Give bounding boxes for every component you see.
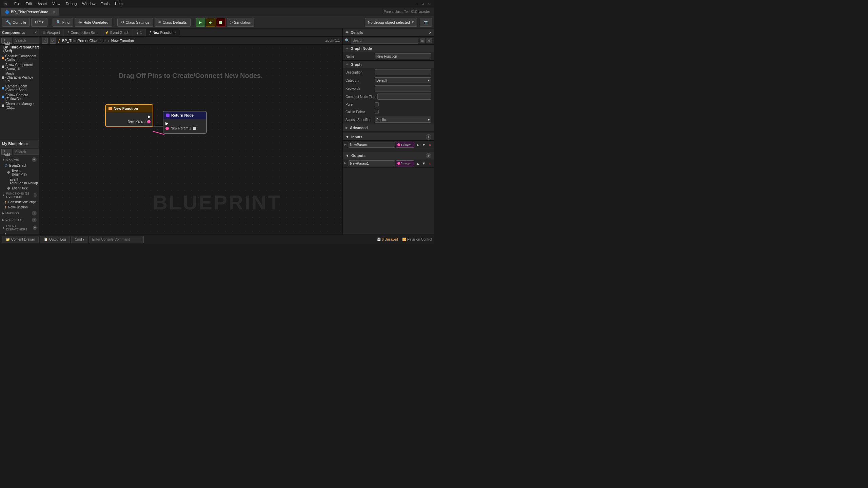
debug-extra-button[interactable]: 📷 xyxy=(420,18,432,27)
blueprint-canvas[interactable]: Drag Off Pins to Create/Connect New Node… xyxy=(39,45,342,235)
outputs-add-button[interactable]: + xyxy=(426,153,431,158)
exec-out-pin[interactable] xyxy=(108,115,151,119)
simulation-button[interactable]: ▷ Simulation xyxy=(227,18,254,27)
nav-back-button[interactable]: ◁ xyxy=(42,38,48,44)
menu-edit[interactable]: Edit xyxy=(23,2,35,6)
call-in-editor-checkbox[interactable] xyxy=(375,110,379,114)
input-move-down-button[interactable]: ▼ xyxy=(421,142,427,147)
list-item[interactable]: Event ActorBeginOverlap xyxy=(0,177,39,186)
input-param-name[interactable] xyxy=(349,142,395,148)
my-blueprint-search-input[interactable] xyxy=(14,149,39,155)
exec-in-pin[interactable] xyxy=(165,122,204,125)
access-specifier-select[interactable]: Public ▾ xyxy=(375,117,431,123)
list-item[interactable]: Capsule Component (Collisi... xyxy=(0,54,39,62)
tab-construction[interactable]: ƒ Construction Sc... xyxy=(64,29,101,36)
find-button[interactable]: 🔍 Find xyxy=(53,18,73,27)
graphs-section[interactable]: ▼ GRAPHS + xyxy=(0,156,39,163)
components-search-input[interactable] xyxy=(14,38,39,44)
debug-select[interactable]: No debug object selected ▾ xyxy=(365,18,417,27)
menu-debug[interactable]: Debug xyxy=(63,2,79,6)
default-value-box[interactable] xyxy=(193,127,196,130)
output-log-tab[interactable]: 📋 Output Log xyxy=(40,236,70,243)
play-button[interactable]: ▶ xyxy=(196,18,205,27)
list-item[interactable]: ƒConstructionScript xyxy=(0,200,39,205)
compact-title-input[interactable] xyxy=(377,94,431,100)
cmd-tab[interactable]: Cmd ▾ xyxy=(71,236,88,243)
inputs-add-button[interactable]: + xyxy=(426,134,431,140)
keywords-input[interactable] xyxy=(375,85,431,92)
components-close-icon[interactable]: × xyxy=(35,30,37,34)
maximize-button[interactable]: □ xyxy=(420,1,425,6)
blueprint-tab[interactable]: 🔵 BP_ThirdPersonChara... × xyxy=(1,8,59,16)
output-param-name[interactable] xyxy=(349,160,395,166)
menu-file[interactable]: File xyxy=(12,2,23,6)
new-param1-in-pin[interactable]: New Param 1 xyxy=(165,126,204,130)
menu-tools[interactable]: Tools xyxy=(98,2,112,6)
input-type-select[interactable]: String ▾ xyxy=(396,142,414,148)
new-function-node[interactable]: New Function New Param xyxy=(105,104,153,127)
grid-view-icon[interactable]: ⊞ xyxy=(420,38,425,43)
description-input[interactable] xyxy=(375,69,431,75)
tab-viewport[interactable]: ⊞ Viewport xyxy=(39,29,64,36)
functions-add-button[interactable]: + xyxy=(34,193,37,198)
compile-button[interactable]: 🔧 Compile xyxy=(2,18,30,27)
hide-unrelated-button[interactable]: 👁 Hide Unrelated xyxy=(75,18,112,27)
return-node[interactable]: Return Node New Param 1 xyxy=(163,111,207,134)
stop-button[interactable]: ⏹ xyxy=(216,18,225,27)
list-item[interactable]: Event Tick xyxy=(0,186,39,191)
list-item[interactable]: 1 xyxy=(0,232,39,235)
tab-1[interactable]: ƒ 1 xyxy=(133,29,145,36)
tab-new-function[interactable]: ƒ New Function × xyxy=(146,29,180,36)
list-item[interactable]: Character Manager (Obj... xyxy=(0,101,39,110)
class-settings-button[interactable]: ⚙ Class Settings xyxy=(117,18,153,27)
graph-node-section-title[interactable]: ▼ Graph Node xyxy=(343,45,434,52)
list-item[interactable]: BP_ThirdPersonCharacter (Self) xyxy=(0,45,39,54)
minimize-button[interactable]: – xyxy=(414,1,419,6)
graph-section-title[interactable]: ▼ Graph xyxy=(343,61,434,68)
class-defaults-button[interactable]: ✏ Class Defaults xyxy=(155,18,191,27)
my-blueprint-add-button[interactable]: + Add xyxy=(1,149,12,155)
list-item[interactable]: Follow Camera (FollowCan xyxy=(0,93,39,101)
event-dispatchers-section[interactable]: ▼ EVENT DISPATCHERS + xyxy=(0,223,39,232)
macros-add-button[interactable]: + xyxy=(32,211,37,216)
output-move-up-button[interactable]: ▲ xyxy=(415,161,420,166)
pure-checkbox[interactable] xyxy=(375,102,379,106)
step-button[interactable]: ⏭ xyxy=(206,18,215,27)
settings-view-icon[interactable]: ⚙ xyxy=(427,38,432,43)
close-button[interactable]: × xyxy=(427,1,431,6)
content-drawer-tab[interactable]: 📁 Content Drawer xyxy=(2,236,39,243)
input-move-up-button[interactable]: ▲ xyxy=(415,142,420,147)
functions-section[interactable]: ▼ FUNCTIONS (32 OVERRIDA + xyxy=(0,191,39,200)
macros-section[interactable]: ▶ MACROS + xyxy=(0,210,39,217)
my-blueprint-close-icon[interactable]: × xyxy=(26,142,28,146)
inputs-header[interactable]: ▼ Inputs + xyxy=(343,133,434,141)
new-func-tab-close[interactable]: × xyxy=(175,31,176,35)
dispatchers-add-button[interactable]: + xyxy=(33,225,37,230)
graph-node-name-input[interactable] xyxy=(375,53,431,59)
list-item[interactable]: ƒNewFunction xyxy=(0,205,39,210)
tab-close-icon[interactable]: × xyxy=(53,10,55,14)
graphs-add-button[interactable]: + xyxy=(32,157,37,162)
details-close-button[interactable]: × xyxy=(429,30,431,35)
revision-control-button[interactable]: 🔀 Revision Control xyxy=(402,238,432,241)
list-item[interactable]: ⬡EventGraph xyxy=(0,163,39,168)
tab-event-graph[interactable]: ⚡ Event Graph xyxy=(101,29,133,36)
category-select[interactable]: Default ▾ xyxy=(375,77,431,83)
console-command-input[interactable] xyxy=(90,236,144,243)
output-type-select[interactable]: String ▾ xyxy=(396,160,414,166)
outputs-header[interactable]: ▼ Outputs + xyxy=(343,152,434,159)
components-add-button[interactable]: + Add xyxy=(1,38,12,44)
advanced-section-title[interactable]: ▶ Advanced xyxy=(343,124,434,131)
variables-add-button[interactable]: + xyxy=(32,218,37,222)
list-item[interactable]: Mesh (CharacterMesh0) Edi xyxy=(0,71,39,84)
menu-asset[interactable]: Asset xyxy=(35,2,50,6)
diff-button[interactable]: Diff ▾ xyxy=(31,18,47,27)
output-delete-button[interactable]: × xyxy=(427,161,433,166)
menu-window[interactable]: Window xyxy=(79,2,98,6)
list-item[interactable]: Arrow Component (Arrow) E xyxy=(0,62,39,71)
variables-section[interactable]: ▶ VARIABLES + xyxy=(0,217,39,223)
menu-view[interactable]: View xyxy=(50,2,63,6)
menu-help[interactable]: Help xyxy=(112,2,125,6)
details-search-input[interactable] xyxy=(351,38,418,44)
input-delete-button[interactable]: × xyxy=(427,142,433,147)
